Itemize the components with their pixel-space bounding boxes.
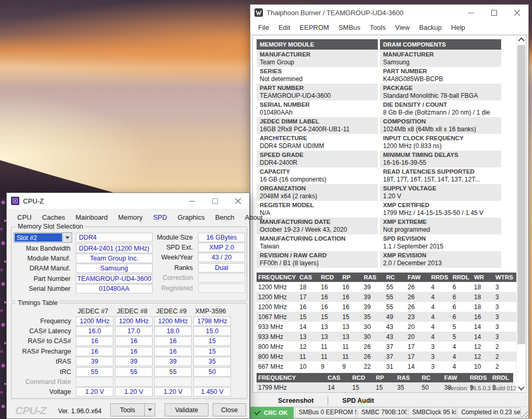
field-value[interactable] <box>198 284 245 293</box>
tab-screenshot[interactable]: Screenshot <box>264 397 328 404</box>
timing-value[interactable]: 16 <box>154 336 192 346</box>
timing-value[interactable]: 39 <box>76 357 113 366</box>
maximize-icon[interactable] <box>203 193 226 209</box>
timing-value[interactable]: 16 <box>115 336 153 346</box>
timing-value[interactable]: 16 <box>115 347 153 356</box>
menu-view[interactable]: View <box>390 21 414 34</box>
spec-field: XMP CERTIFIED1799 MHz / 14-15-15-35-50 /… <box>380 201 501 218</box>
cpuz-logo: CPU-Z <box>15 404 46 417</box>
scrollbar[interactable] <box>516 36 526 392</box>
timing-value[interactable]: 1.450 V <box>193 387 231 397</box>
timing-value[interactable]: 18.0 <box>154 326 192 336</box>
menu-smbus[interactable]: SMBus <box>334 21 365 34</box>
menu-help[interactable]: Help <box>446 21 470 34</box>
spec-field-label: INPUT CLOCK FREQUENCY <box>383 135 498 141</box>
menu-backup[interactable]: Backup <box>414 21 446 34</box>
timing-value[interactable] <box>154 377 192 387</box>
scrollbar-thumb[interactable] <box>517 45 525 344</box>
version-label: Version: 16.5.0.3 Build 0125 <box>447 385 519 391</box>
minimize-icon[interactable] <box>459 5 482 20</box>
timing-value[interactable]: 15 <box>193 347 231 356</box>
field-value[interactable]: XMP 2.0 <box>198 243 245 252</box>
tab-spd[interactable]: SPD <box>148 213 172 221</box>
minimize-icon[interactable] <box>180 193 203 209</box>
timing-value[interactable]: 1.20 V <box>115 387 153 397</box>
slot-select-dropdown[interactable]: Slot #2 <box>14 232 72 243</box>
timing-value[interactable]: 55 <box>115 367 153 377</box>
field-value[interactable]: 43 / 20 <box>198 253 245 262</box>
timing-value[interactable]: 39 <box>115 357 153 366</box>
tab-graphics[interactable]: Graphics <box>172 213 210 221</box>
timing-value[interactable]: 15.0 <box>193 326 231 336</box>
column-header: RRDL <box>451 273 472 282</box>
timing-value[interactable]: 1.20 V <box>76 387 113 397</box>
tab-memory[interactable]: Memory <box>113 213 148 221</box>
field-value[interactable]: 16 GBytes <box>198 233 245 242</box>
spec-field: XMP REVISION2.0 / December 2013 <box>380 251 501 268</box>
menu-tools[interactable]: Tools <box>365 21 390 34</box>
cell: 18 <box>298 282 319 292</box>
timing-label: Frequency <box>14 318 74 325</box>
tab-cpu[interactable]: CPU <box>12 213 37 221</box>
timing-value[interactable]: 1200 MHz <box>154 316 192 326</box>
timing-value[interactable]: 16 <box>76 347 113 356</box>
timing-value[interactable]: 50 <box>193 367 231 377</box>
timing-value[interactable]: 39 <box>154 357 192 366</box>
timing-value[interactable]: 1200 MHz <box>115 316 153 326</box>
timing-value[interactable] <box>115 377 153 387</box>
timing-value[interactable] <box>76 377 113 387</box>
tools-button[interactable]: Tools <box>110 403 145 416</box>
timing-value[interactable]: 55 <box>76 367 113 377</box>
menu-file[interactable]: File <box>253 21 274 34</box>
column-header: RCD <box>351 373 374 382</box>
cell: 5 <box>451 322 472 332</box>
tab-about[interactable]: About <box>240 213 268 221</box>
timing-value[interactable]: 1.20 V <box>154 387 192 397</box>
group-title: Timings Table <box>16 299 60 307</box>
resize-grip[interactable] <box>521 411 528 418</box>
thaiphoon-burner-window: Thaiphoon Burner / TEAMGROUP-UD4-3600 Fi… <box>250 4 529 419</box>
spec-field-label: COMPOSITION <box>383 118 498 124</box>
scroll-up-icon[interactable] <box>517 36 526 44</box>
chevron-down-icon[interactable] <box>63 233 72 242</box>
cell: 3 <box>494 302 516 312</box>
field-value[interactable] <box>198 273 245 282</box>
timing-value[interactable]: 16.0 <box>76 326 113 336</box>
tab-bench[interactable]: Bench <box>210 213 240 221</box>
cpuz-titlebar: CPU-Z <box>7 193 249 209</box>
memory-slot-selection-group: Memory Slot Selection Slot #2 DDR4 Max B… <box>11 227 247 301</box>
cell: 800 MHz <box>257 342 298 352</box>
field-value[interactable]: Dual <box>198 263 245 273</box>
timing-value[interactable]: 16 <box>76 336 113 346</box>
timing-value[interactable]: 1798 MHz <box>193 316 231 326</box>
tab-caches[interactable]: Caches <box>37 213 70 221</box>
close-icon[interactable] <box>505 5 528 20</box>
cpuz-window: CPU-Z CPU Caches Mainboard Memory SPD Gr… <box>6 192 250 419</box>
tab-mainboard[interactable]: Mainboard <box>71 213 113 221</box>
cell: 15 <box>351 382 374 392</box>
timing-value[interactable] <box>193 377 231 387</box>
window-title: CPU-Z <box>23 197 44 205</box>
cell: 13 <box>341 332 362 342</box>
cell: 23 <box>406 312 430 322</box>
cell: 2 <box>494 361 516 371</box>
timing-value[interactable]: 15 <box>193 336 231 346</box>
maximize-icon[interactable] <box>482 5 505 20</box>
menu-eeprom[interactable]: EEPROM <box>295 21 333 34</box>
timing-value[interactable]: 35 <box>193 357 231 366</box>
spec-field-value: DDR4 SDRAM UDIMM <box>260 142 375 150</box>
tab-spd-audit[interactable]: SPD Audit <box>328 397 388 404</box>
timing-value[interactable]: 17.0 <box>115 326 153 336</box>
menu-edit[interactable]: Edit <box>274 21 295 34</box>
tools-dropdown-icon[interactable] <box>144 403 155 416</box>
timing-value[interactable]: 55 <box>154 367 192 377</box>
close-button[interactable]: Close <box>213 403 246 416</box>
timing-value[interactable]: 16 <box>154 347 192 356</box>
scroll-down-icon[interactable] <box>517 383 526 392</box>
spec-field: SPD REVISION1.1 / September 2015 <box>380 234 501 251</box>
timing-row: RAS# Precharge16161615 <box>14 346 245 356</box>
validate-button[interactable]: Validate <box>165 403 209 416</box>
timing-value[interactable]: 1200 MHz <box>76 316 113 326</box>
cell: 30 <box>362 322 385 332</box>
close-icon[interactable] <box>226 193 249 209</box>
